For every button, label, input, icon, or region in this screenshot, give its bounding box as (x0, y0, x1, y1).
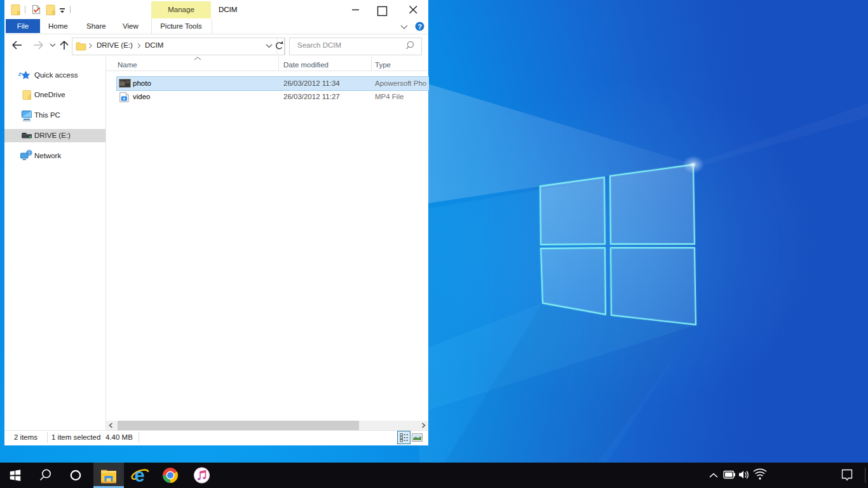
svg-text:?: ? (417, 23, 422, 30)
svg-text:e: e (134, 465, 144, 485)
